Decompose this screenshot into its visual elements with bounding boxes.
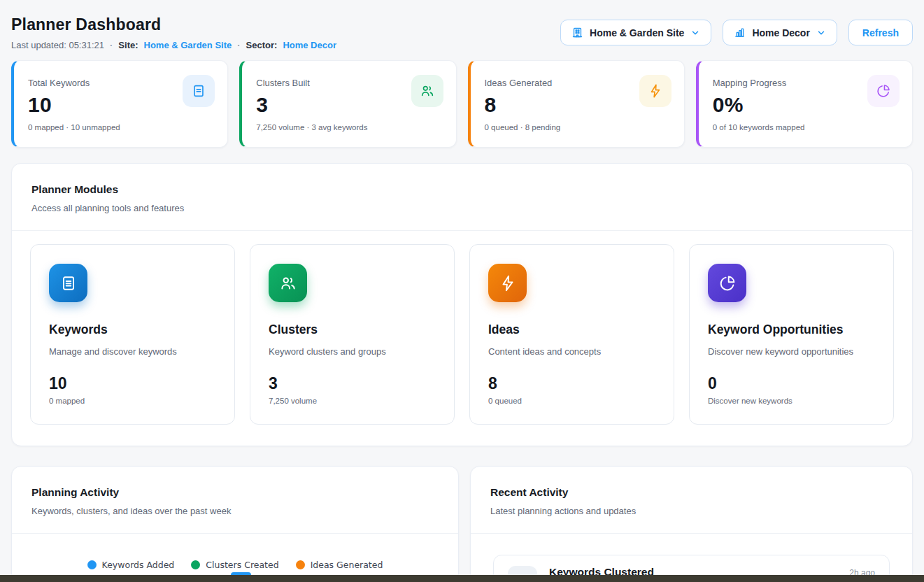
module-description: Content ideas and concepts [488, 346, 655, 357]
planner-dashboard-page: Planner Dashboard Last updated: 05:31:21… [0, 0, 924, 582]
legend-dot-icon [191, 560, 200, 569]
chart-legend: Keywords Added Clusters Created Ideas Ge… [12, 560, 458, 570]
planning-activity-title: Planning Activity [31, 486, 439, 499]
module-sub: 0 queued [488, 397, 655, 405]
header-meta: Last updated: 05:31:21 · Site: Home & Ga… [11, 40, 336, 50]
site-link[interactable]: Home & Garden Site [144, 40, 232, 50]
stat-card-mapping-progress: Mapping Progress 0% 0 of 10 keywords map… [696, 60, 913, 148]
chevron-down-icon [816, 28, 826, 38]
stat-card-ideas-generated: Ideas Generated 8 0 queued · 8 pending [468, 60, 685, 148]
legend-dot-icon [296, 560, 305, 569]
legend-item-ideas-generated[interactable]: Ideas Generated [296, 560, 383, 570]
header-left: Planner Dashboard Last updated: 05:31:21… [11, 15, 336, 50]
site-selector-label: Home & Garden Site [590, 27, 684, 38]
module-value: 8 [488, 374, 655, 393]
chevron-down-icon [690, 28, 700, 38]
sector-link[interactable]: Home Decor [283, 40, 336, 50]
module-title: Keywords [49, 322, 216, 337]
stat-sub: 0 mapped · 10 unmapped [28, 123, 213, 132]
module-card-ideas[interactable]: Ideas Content ideas and concepts 8 0 que… [469, 244, 674, 425]
legend-label: Clusters Created [206, 560, 278, 570]
pie-chart-icon [708, 264, 746, 302]
building-icon [571, 27, 583, 38]
module-title: Keyword Opportunities [708, 322, 875, 337]
sector-label: Sector: [246, 40, 278, 50]
bar-chart-icon [734, 27, 746, 38]
module-card-keyword-opportunities[interactable]: Keyword Opportunities Discover new keywo… [689, 244, 894, 425]
header-toolbar: Home & Garden Site Home Decor Refresh [560, 20, 913, 45]
lightning-icon [488, 264, 527, 302]
meta-separator: · [110, 40, 113, 50]
bottom-row: Planning Activity Keywords, clusters, an… [11, 466, 913, 582]
meta-separator: · [237, 40, 240, 50]
legend-item-keywords-added[interactable]: Keywords Added [87, 560, 175, 570]
module-card-keywords[interactable]: Keywords Manage and discover keywords 10… [30, 244, 235, 425]
document-lines-icon [49, 264, 87, 302]
module-description: Keyword clusters and groups [269, 346, 436, 357]
recent-activity-header: Recent Activity Latest planning actions … [471, 467, 912, 534]
module-card-clusters[interactable]: Clusters Keyword clusters and groups 3 7… [250, 244, 455, 425]
site-selector-dropdown[interactable]: Home & Garden Site [560, 20, 711, 45]
stat-sub: 0 of 10 keywords mapped [713, 123, 898, 132]
modules-grid: Keywords Manage and discover keywords 10… [12, 231, 912, 446]
stat-card-total-keywords: Total Keywords 10 0 mapped · 10 unmapped [11, 60, 228, 148]
module-description: Discover new keyword opportunities [708, 346, 875, 357]
module-title: Ideas [488, 322, 655, 337]
module-value: 10 [49, 374, 216, 393]
planning-activity-subtitle: Keywords, clusters, and ideas over the p… [31, 506, 439, 516]
module-title: Clusters [269, 322, 436, 337]
stat-card-clusters-built: Clusters Built 3 7,250 volume · 3 avg ke… [239, 60, 456, 148]
legend-dot-icon [87, 560, 97, 569]
module-sub: 7,250 volume [269, 397, 436, 405]
page-title: Planner Dashboard [11, 15, 336, 34]
module-value: 3 [269, 374, 436, 393]
planner-modules-panel: Planner Modules Access all planning tool… [11, 163, 913, 446]
recent-activity-panel: Recent Activity Latest planning actions … [470, 466, 913, 582]
module-sub: Discover new keywords [708, 397, 875, 405]
stat-sub: 0 queued · 8 pending [485, 123, 670, 132]
users-icon [411, 75, 443, 107]
stats-row: Total Keywords 10 0 mapped · 10 unmapped… [11, 60, 913, 148]
recent-activity-subtitle: Latest planning actions and updates [490, 506, 893, 516]
recent-activity-title: Recent Activity [490, 486, 893, 499]
page-header: Planner Dashboard Last updated: 05:31:21… [11, 15, 913, 50]
modules-subtitle: Access all planning tools and features [31, 203, 893, 213]
document-lines-icon [183, 75, 215, 107]
module-description: Manage and discover keywords [49, 346, 216, 357]
sector-selector-dropdown[interactable]: Home Decor [723, 20, 837, 45]
pie-chart-icon [867, 75, 900, 107]
modules-header: Planner Modules Access all planning tool… [12, 164, 912, 231]
legend-item-clusters-created[interactable]: Clusters Created [191, 560, 278, 570]
legend-label: Ideas Generated [311, 560, 383, 570]
modules-title: Planner Modules [31, 183, 893, 196]
sector-selector-label: Home Decor [752, 27, 809, 38]
last-updated-text: Last updated: 05:31:21 [11, 40, 104, 50]
bottom-edge-bar [0, 575, 924, 582]
stat-sub: 7,250 volume · 3 avg keywords [256, 123, 441, 132]
lightning-icon [639, 75, 671, 107]
site-label: Site: [118, 40, 138, 50]
legend-label: Keywords Added [102, 560, 175, 570]
module-sub: 0 mapped [49, 397, 216, 405]
planning-activity-panel: Planning Activity Keywords, clusters, an… [11, 466, 459, 582]
planning-activity-header: Planning Activity Keywords, clusters, an… [12, 467, 458, 534]
refresh-button[interactable]: Refresh [848, 20, 913, 45]
module-value: 0 [708, 374, 875, 393]
users-icon [269, 264, 307, 302]
